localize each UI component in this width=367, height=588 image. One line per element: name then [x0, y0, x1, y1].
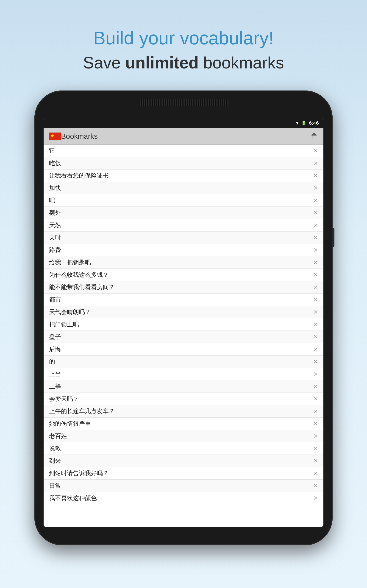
close-icon[interactable]: ✕ — [313, 321, 318, 328]
bookmark-text: 让我看看您的保险证书 — [49, 172, 109, 180]
close-icon[interactable]: ✕ — [313, 470, 318, 477]
list-item[interactable]: 说教✕ — [44, 442, 323, 455]
side-button — [332, 228, 334, 247]
bookmark-text: 上等 — [49, 382, 61, 390]
list-item[interactable]: 到来✕ — [44, 455, 323, 467]
bookmark-text: 我不喜欢这种颜色 — [49, 494, 97, 502]
bookmark-text: 盘子 — [49, 333, 61, 341]
list-item[interactable]: 能不能带我们看看房间？✕ — [44, 281, 323, 294]
list-item[interactable]: 的✕ — [44, 355, 323, 368]
list-item[interactable]: 让我看看您的保险证书✕ — [44, 170, 323, 182]
close-icon[interactable]: ✕ — [313, 185, 318, 191]
close-icon[interactable]: ✕ — [313, 458, 318, 464]
list-item[interactable]: 给我一把钥匙吧✕ — [44, 256, 323, 269]
list-item[interactable]: 天气会晴朗吗？✕ — [44, 306, 323, 318]
list-item[interactable]: 上午的长途车几点发车？✕ — [44, 405, 323, 418]
close-icon[interactable]: ✕ — [313, 173, 318, 179]
headline: Build your vocabulary! — [83, 27, 284, 49]
wifi-icon: ▾ — [296, 120, 298, 126]
list-item[interactable]: 盘子✕ — [44, 331, 323, 343]
list-item[interactable]: 到站时请告诉我好吗？✕ — [44, 467, 323, 480]
close-icon[interactable]: ✕ — [313, 396, 318, 402]
bookmark-text: 老百姓 — [49, 432, 67, 440]
list-item[interactable]: 上当✕ — [44, 368, 323, 380]
bookmark-text: 她的伤情很严重 — [49, 420, 91, 428]
list-item[interactable]: 吃饭✕ — [44, 157, 323, 170]
close-icon[interactable]: ✕ — [313, 334, 318, 340]
close-icon[interactable]: ✕ — [313, 296, 318, 303]
phone-mockup: ▾ 🔋 6:46 Bookmarks 🗑 它✕吃饭✕让我看看您的保险证书✕加快✕… — [34, 90, 333, 545]
bookmark-text: 会变天吗？ — [49, 395, 79, 403]
close-icon[interactable]: ✕ — [313, 445, 318, 452]
bookmark-text: 给我一把钥匙吧 — [49, 258, 91, 267]
phone-shell: ▾ 🔋 6:46 Bookmarks 🗑 它✕吃饭✕让我看看您的保险证书✕加快✕… — [34, 90, 333, 545]
list-item[interactable]: 会变天吗？✕ — [44, 393, 323, 405]
close-icon[interactable]: ✕ — [313, 421, 318, 427]
close-icon[interactable]: ✕ — [313, 160, 318, 166]
bookmark-list: 它✕吃饭✕让我看看您的保险证书✕加快✕吧✕额外✕天然✕天时✕路费✕给我一把钥匙吧… — [44, 145, 323, 527]
list-item[interactable]: 它✕ — [44, 145, 323, 157]
close-icon[interactable]: ✕ — [313, 495, 318, 502]
close-icon[interactable]: ✕ — [313, 272, 318, 278]
list-item[interactable]: 把门锁上吧✕ — [44, 318, 323, 331]
close-icon[interactable]: ✕ — [313, 210, 318, 216]
close-icon[interactable]: ✕ — [313, 284, 318, 291]
close-icon[interactable]: ✕ — [313, 247, 318, 253]
close-icon[interactable]: ✕ — [313, 359, 318, 365]
close-icon[interactable]: ✕ — [313, 222, 318, 229]
bookmark-text: 它 — [49, 147, 55, 155]
list-item[interactable]: 日常✕ — [44, 480, 323, 492]
bookmark-text: 天气会晴朗吗？ — [49, 308, 91, 316]
list-item[interactable]: 加快✕ — [44, 182, 323, 194]
list-item[interactable]: 老百姓✕ — [44, 430, 323, 442]
bookmark-text: 说教 — [49, 444, 61, 452]
bookmark-text: 上午的长途车几点发车？ — [49, 407, 115, 415]
bookmark-text: 后悔 — [49, 345, 61, 353]
china-flag-icon — [49, 132, 61, 141]
list-item[interactable]: 路费✕ — [44, 244, 323, 256]
list-item[interactable]: 额外✕ — [44, 207, 323, 219]
subheadline: Save unlimited bookmarks — [83, 53, 284, 72]
bookmark-text: 上当 — [49, 370, 61, 378]
subheadline-suffix: bookmarks — [199, 53, 284, 72]
subheadline-prefix: Save — [83, 53, 125, 72]
list-item[interactable]: 上等✕ — [44, 380, 323, 393]
header-section: Build your vocabulary! Save unlimited bo… — [83, 27, 284, 72]
bookmark-text: 到站时请告诉我好吗？ — [49, 469, 109, 477]
close-icon[interactable]: ✕ — [313, 371, 318, 377]
bookmark-text: 为什么收我这么多钱？ — [49, 271, 109, 279]
close-icon[interactable]: ✕ — [313, 197, 318, 204]
bookmark-text: 都市 — [49, 296, 61, 304]
speaker-grill — [138, 99, 229, 106]
close-icon[interactable]: ✕ — [313, 148, 318, 154]
list-item[interactable]: 天然✕ — [44, 219, 323, 232]
bookmark-text: 加快 — [49, 184, 61, 192]
subheadline-bold: unlimited — [125, 53, 199, 72]
close-icon[interactable]: ✕ — [313, 433, 318, 439]
close-icon[interactable]: ✕ — [313, 309, 318, 315]
bookmark-text: 吧 — [49, 196, 55, 204]
list-item[interactable]: 后悔✕ — [44, 343, 323, 355]
close-icon[interactable]: ✕ — [313, 234, 318, 241]
delete-icon[interactable]: 🗑 — [311, 132, 318, 141]
bookmark-text: 日常 — [49, 482, 61, 490]
close-icon[interactable]: ✕ — [313, 408, 318, 415]
bookmark-text: 天然 — [49, 221, 61, 229]
list-item[interactable]: 为什么收我这么多钱？✕ — [44, 269, 323, 281]
status-bar: ▾ 🔋 6:46 — [44, 118, 323, 128]
list-item[interactable]: 我不喜欢这种颜色✕ — [44, 492, 323, 504]
bookmark-text: 能不能带我们看看房间？ — [49, 283, 115, 291]
status-time: 6:46 — [309, 120, 319, 126]
close-icon[interactable]: ✕ — [313, 383, 318, 390]
bookmark-text: 天时 — [49, 233, 61, 242]
bookmark-text: 路费 — [49, 246, 61, 254]
bookmark-text: 的 — [49, 358, 55, 366]
close-icon[interactable]: ✕ — [313, 346, 318, 353]
list-item[interactable]: 都市✕ — [44, 294, 323, 306]
bookmark-text: 把门锁上吧 — [49, 320, 79, 329]
close-icon[interactable]: ✕ — [313, 483, 318, 489]
close-icon[interactable]: ✕ — [313, 259, 318, 266]
list-item[interactable]: 天时✕ — [44, 232, 323, 244]
list-item[interactable]: 吧✕ — [44, 194, 323, 207]
list-item[interactable]: 她的伤情很严重✕ — [44, 418, 323, 430]
